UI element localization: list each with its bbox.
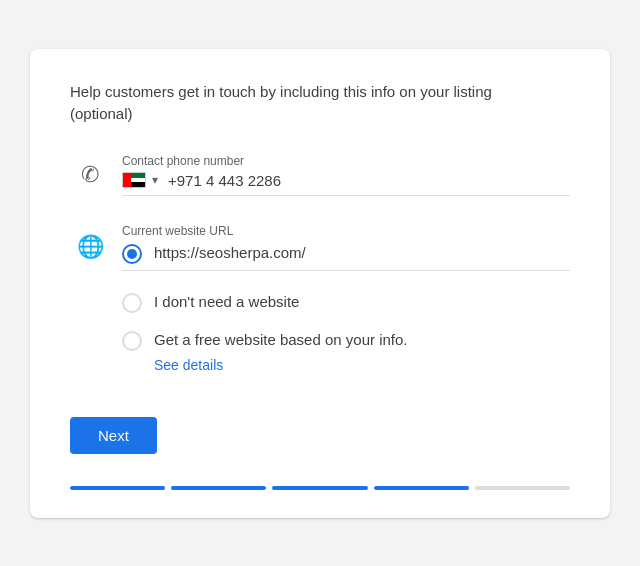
next-button[interactable]: Next [70,417,157,454]
radio-url-selected[interactable] [122,244,142,264]
progress-bar [70,486,570,490]
phone-input-group: Contact phone number ▾ [122,154,570,196]
country-flag-dropdown[interactable]: ▾ [122,172,158,188]
progress-segment-5 [475,486,570,490]
progress-segment-4 [374,486,469,490]
no-website-option[interactable]: I don't need a website [122,291,570,313]
flag-black [131,182,145,187]
chevron-down-icon: ▾ [152,173,158,187]
flag-red [123,173,131,187]
website-options: Current website URL I don't need a websi… [122,224,570,373]
free-website-text: Get a free website based on your info. [154,331,407,348]
flag-right [131,173,145,187]
progress-segment-3 [272,486,367,490]
free-website-option[interactable]: Get a free website based on your info. [122,329,570,351]
description-text: Help customers get in touch by including… [70,81,530,126]
progress-segment-1 [70,486,165,490]
radio-free-website[interactable] [122,331,142,351]
phone-icon-wrap: ✆ [70,162,110,188]
phone-row: ✆ Contact phone number ▾ [70,154,570,200]
no-website-text: I don't need a website [154,293,299,310]
url-option-group: Current website URL [122,224,570,271]
website-label: Current website URL [122,224,570,238]
radio-inner-dot [127,249,137,259]
see-details-link[interactable]: See details [154,357,570,373]
url-field-row [122,242,570,271]
phone-number-input[interactable] [168,172,570,189]
uae-flag [122,172,146,188]
radio-no-website[interactable] [122,293,142,313]
globe-icon: 🌐 [77,234,104,260]
globe-icon-wrap: 🌐 [70,224,110,373]
phone-field-row: ▾ [122,172,570,196]
phone-label: Contact phone number [122,154,570,168]
website-url-input[interactable] [154,244,570,261]
card: Help customers get in touch by including… [30,49,610,518]
progress-segment-2 [171,486,266,490]
phone-icon: ✆ [81,162,99,188]
website-section: 🌐 Current website URL I don't need a web… [70,224,570,373]
